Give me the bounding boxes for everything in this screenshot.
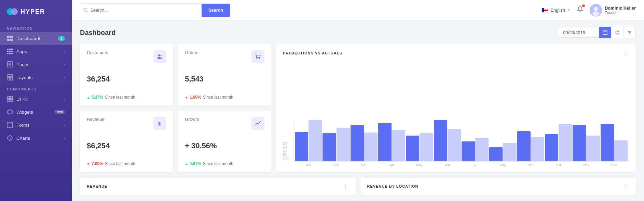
revenue-since: Since last month [105, 161, 135, 166]
sidebar-item-charts[interactable]: Charts › [0, 131, 72, 145]
search-box: Search [80, 3, 230, 17]
notification-badge [582, 4, 585, 7]
revenue-section-title: REVENUE [87, 184, 107, 188]
language-selector[interactable]: English ▼ [542, 8, 571, 13]
svg-rect-11 [11, 51, 13, 52]
growth-since: Since last month [203, 161, 233, 166]
svg-rect-23 [10, 96, 13, 99]
svg-point-1 [11, 8, 18, 15]
sidebar-item-forms[interactable]: Forms › [0, 118, 72, 131]
projections-chart-card: PROJECTIONS VS ACTUALS ⋮ 10080604020 Jan… [276, 44, 636, 172]
search-button[interactable]: Search [202, 4, 230, 17]
svg-point-34 [594, 7, 598, 11]
pages-chevron-icon: › [64, 62, 65, 66]
refresh-button[interactable] [611, 27, 624, 38]
revenue-menu-icon[interactable]: ⋮ [343, 183, 349, 190]
lang-chevron-icon: ▼ [567, 8, 571, 12]
y-label: 20 [283, 142, 291, 146]
sidebar-item-apps-label: Apps [16, 49, 60, 54]
revenue-change-value: 7.00% [92, 161, 103, 166]
forms-chevron-icon: › [64, 123, 65, 127]
filter-button[interactable] [624, 27, 636, 38]
chart-title: PROJECTIONS VS ACTUALS [283, 51, 342, 55]
bar-secondary [392, 130, 405, 161]
bar-group [295, 120, 322, 161]
bar-primary [406, 136, 419, 161]
sidebar-item-pages[interactable]: Pages › [0, 58, 72, 71]
orders-footer: 1.08% Since last month [185, 95, 264, 100]
apps-icon [7, 48, 13, 54]
x-label: Sep [517, 163, 544, 167]
x-label: Dec [601, 163, 628, 167]
date-input[interactable]: 09/23/2019 [558, 28, 599, 38]
svg-rect-5 [10, 39, 13, 41]
bar-chart: 10080604020 JanFebMarAprMayJunJulAugSepO… [283, 60, 629, 167]
svg-point-43 [158, 54, 160, 56]
bar-primary [573, 125, 586, 161]
uikit-icon [7, 96, 13, 102]
y-label: 80 [283, 153, 291, 157]
revenue-icon-box: $ [153, 117, 166, 130]
revenue-footer: 7.00% Since last month [87, 161, 166, 166]
bar-secondary [420, 133, 433, 161]
bar-secondary [531, 137, 544, 161]
notification-bell[interactable] [577, 6, 584, 14]
customers-since: Since last month [105, 95, 135, 100]
search-input[interactable] [90, 5, 198, 15]
svg-line-32 [87, 11, 88, 12]
revenue-value: $6,254 [87, 141, 166, 150]
bar-primary [434, 120, 447, 161]
sidebar-item-uikit[interactable]: UI Kit › [0, 92, 72, 105]
bar-primary [462, 141, 475, 161]
stat-card-customers: Customers 36,254 5. [80, 44, 173, 106]
revenue-by-location-section: REVENUE BY LOCATION ⋮ [360, 178, 636, 195]
customers-change [87, 95, 90, 100]
svg-point-47 [257, 58, 258, 59]
bar-primary [295, 132, 308, 161]
bar-secondary [559, 124, 572, 161]
sidebar-item-layouts-label: Layouts [16, 75, 60, 80]
sidebar-item-apps[interactable]: Apps › [0, 45, 72, 58]
sidebar-item-widgets[interactable]: Widgets New [0, 105, 72, 118]
orders-icon [255, 53, 261, 60]
calendar-button[interactable] [599, 27, 611, 38]
apps-chevron-icon: › [64, 49, 65, 53]
header-right: English ▼ Dominic [542, 4, 636, 16]
svg-rect-4 [7, 39, 10, 41]
x-label: Aug [489, 163, 516, 167]
bar-secondary [614, 140, 628, 161]
svg-rect-2 [7, 36, 10, 38]
svg-rect-22 [7, 96, 10, 99]
pages-icon [7, 61, 13, 67]
main-area: Search English ▼ [72, 0, 644, 201]
charts-chevron-icon: › [64, 136, 65, 140]
revenue-section: REVENUE ⋮ [80, 178, 356, 195]
revenue-location-menu-icon[interactable]: ⋮ [623, 183, 629, 190]
svg-rect-7 [9, 49, 11, 50]
bar-group-container: JanFebMarAprMayJunJulAugSepOctNovDec [293, 120, 629, 167]
bar-group [489, 143, 516, 161]
bar-primary [323, 133, 336, 161]
bar-group [462, 138, 489, 161]
bar-secondary [364, 133, 378, 161]
bar-primary [545, 134, 558, 161]
sidebar-item-layouts[interactable]: Layouts › [0, 71, 72, 84]
svg-text:$: $ [158, 121, 161, 126]
growth-icon-box [251, 117, 264, 130]
user-role: Founder [605, 11, 636, 15]
forms-icon [7, 122, 13, 128]
stat-card-orders: Orders 5,543 1.08% Since [178, 44, 271, 106]
orders-since: Since last month [203, 95, 233, 100]
bars-area [293, 120, 629, 162]
chart-menu-icon[interactable]: ⋮ [623, 49, 629, 57]
stat-cards: Customers 36,254 5. [80, 44, 271, 172]
user-profile[interactable]: Dominic Keller Founder [590, 4, 636, 16]
sidebar-item-dashboards[interactable]: Dashboards 3 [0, 32, 72, 45]
orders-value: 5,543 [185, 75, 264, 84]
svg-rect-6 [7, 49, 9, 50]
revenue-icon: $ [157, 120, 163, 126]
layouts-icon [7, 74, 13, 80]
growth-change-value: 4.87% [190, 161, 201, 166]
stats-and-chart-row: Customers 36,254 5. [80, 44, 636, 172]
bar-secondary [475, 138, 489, 161]
